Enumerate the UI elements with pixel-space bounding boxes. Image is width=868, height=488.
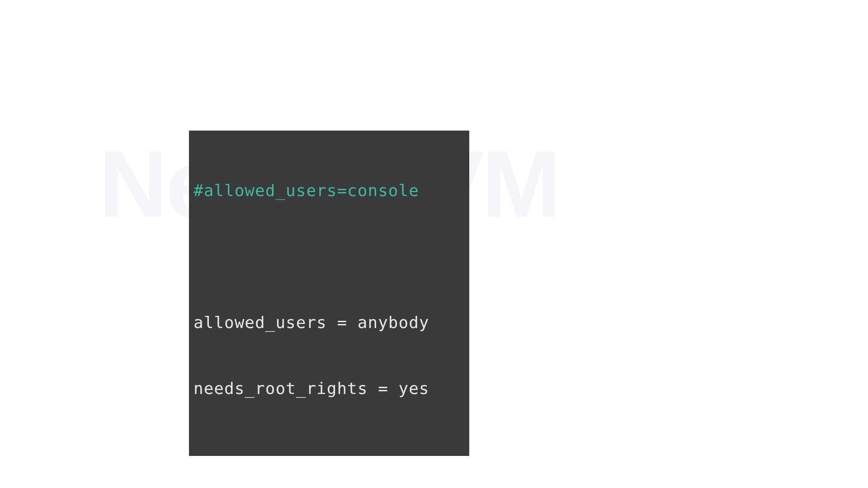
config-code-block: #allowed_users=console allowed_users = a… xyxy=(189,131,469,456)
code-blank-line xyxy=(193,246,462,268)
code-comment-line: #allowed_users=console xyxy=(193,180,462,202)
code-needs-root-line: needs_root_rights = yes xyxy=(193,378,462,400)
page-stage: NeuronVM #allowed_users=console allowed_… xyxy=(0,0,658,369)
code-allowed-users-line: allowed_users = anybody xyxy=(193,312,462,334)
